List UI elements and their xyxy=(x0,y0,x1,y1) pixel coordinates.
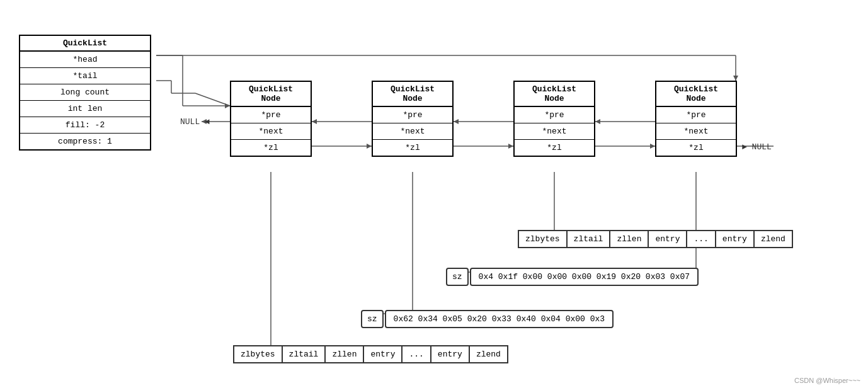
ziplist-node1-zltail: zltail xyxy=(282,345,326,363)
ziplist-node3-entry2: entry xyxy=(715,230,755,248)
ziplist-node1-zlbytes: zlbytes xyxy=(233,345,283,363)
node4-zl: *zl xyxy=(656,140,736,156)
sz-value-node4: 0x4 0x1f 0x00 0x00 0x00 0x19 0x20 0x03 0… xyxy=(470,268,699,286)
svg-marker-14 xyxy=(367,144,372,149)
svg-marker-20 xyxy=(454,119,459,124)
watermark: CSDN @Whisper~~~ xyxy=(794,377,860,384)
node3-next: *next xyxy=(515,123,594,140)
sz-value-node2: 0x62 0x34 0x05 0x20 0x33 0x40 0x04 0x00 … xyxy=(385,310,614,328)
quicklist-field-longcount: long count xyxy=(20,84,150,101)
sz-row-node2: sz 0x62 0x34 0x05 0x20 0x33 0x40 0x04 0x… xyxy=(361,310,614,328)
svg-marker-24 xyxy=(595,119,600,124)
node4-next: *next xyxy=(656,123,736,140)
quicklist-node-2: QuickList Node *pre *next *zl xyxy=(372,81,454,157)
node1-next: *next xyxy=(231,123,311,140)
quicklist-node-1: QuickList Node *pre *next *zl xyxy=(230,81,312,157)
sz-row-node4: sz 0x4 0x1f 0x00 0x00 0x00 0x19 0x20 0x0… xyxy=(446,268,699,286)
ziplist-node3-entry1: entry xyxy=(648,230,687,248)
ziplist-node3-zllen: zllen xyxy=(609,230,649,248)
quicklist-field-compress: compress: 1 xyxy=(20,134,150,149)
node2-next: *next xyxy=(373,123,452,140)
svg-marker-18 xyxy=(508,144,513,149)
quicklist-node-4: QuickList Node *pre *next *zl xyxy=(655,81,737,157)
ziplist-node3-zltail: zltail xyxy=(566,230,611,248)
node2-title: QuickList Node xyxy=(373,82,452,107)
diagram-container: QuickList *head *tail long count int len… xyxy=(0,0,868,388)
ziplist-node3-zlbytes: zlbytes xyxy=(518,230,568,248)
ziplist-node1-entry2: entry xyxy=(430,345,470,363)
svg-marker-22 xyxy=(650,144,655,149)
ziplist-node1-zllen: zllen xyxy=(324,345,364,363)
node2-pre: *pre xyxy=(373,107,452,123)
node1-zl: *zl xyxy=(231,140,311,156)
node3-zl: *zl xyxy=(515,140,594,156)
ziplist-node1-entry1: entry xyxy=(363,345,403,363)
quicklist-node-3: QuickList Node *pre *next *zl xyxy=(513,81,595,157)
ziplist-node3-zlend: zlend xyxy=(753,230,793,248)
ziplist-node3-dots: ... xyxy=(686,230,716,248)
svg-marker-6 xyxy=(225,103,230,108)
quicklist-title: QuickList xyxy=(20,36,150,52)
null-right: ► NULL xyxy=(742,142,772,152)
ziplist-node1-zlend: zlend xyxy=(469,345,508,363)
sz-label-node2: sz xyxy=(361,310,384,328)
node4-pre: *pre xyxy=(656,107,736,123)
node1-pre: *pre xyxy=(231,107,311,123)
node3-title: QuickList Node xyxy=(515,82,594,107)
svg-line-10 xyxy=(195,93,230,106)
quicklist-field-fill: fill: -2 xyxy=(20,117,150,134)
null-left: NULL ◄ xyxy=(180,117,210,127)
node3-pre: *pre xyxy=(515,107,594,123)
ziplist-node1-dots: ... xyxy=(401,345,431,363)
ziplist-node1: zlbytes zltail zllen entry ... entry zle… xyxy=(233,345,508,363)
svg-marker-2 xyxy=(733,76,738,81)
node1-title: QuickList Node xyxy=(231,82,311,107)
node2-zl: *zl xyxy=(373,140,452,156)
node4-title: QuickList Node xyxy=(656,82,736,107)
quicklist-field-tail: *tail xyxy=(20,68,150,84)
svg-marker-16 xyxy=(312,119,317,124)
quicklist-field-head: *head xyxy=(20,52,150,68)
ziplist-node3: zlbytes zltail zllen entry ... entry zle… xyxy=(518,230,793,248)
quicklist-field-intlen: int len xyxy=(20,101,150,117)
sz-label-node4: sz xyxy=(446,268,469,286)
quicklist-struct: QuickList *head *tail long count int len… xyxy=(19,35,151,151)
